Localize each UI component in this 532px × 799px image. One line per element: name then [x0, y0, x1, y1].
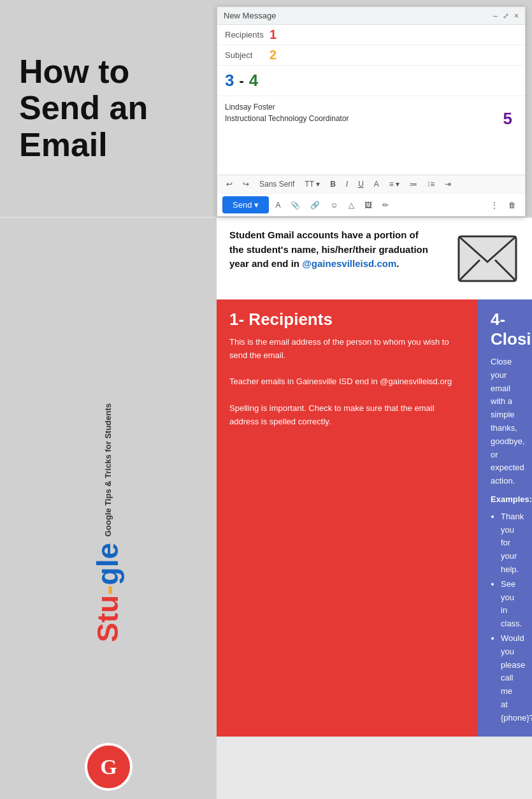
email-signature: Lindsay Foster Instructional Technology … — [225, 101, 517, 124]
gmail-info-text: Student Gmail accounts have a portion of… — [217, 218, 443, 299]
section-closing: 4- Closing Close your email with a simpl… — [478, 299, 532, 737]
formatting-toggle[interactable]: A — [271, 199, 284, 212]
brand-stu: Stu — [91, 595, 124, 642]
bullet-button[interactable]: ⁝≡ — [424, 178, 438, 191]
recipients-number: 1 — [270, 27, 277, 42]
section1-title: 1- Recipients — [229, 310, 465, 329]
closing-example-1: Thank you for your help. — [501, 510, 519, 577]
page-title: How to Send an Email — [19, 54, 198, 163]
more-options-button[interactable]: ⋮ — [487, 199, 502, 212]
send-button[interactable]: Send ▾ — [222, 196, 269, 213]
link-button[interactable]: 🔗 — [306, 199, 324, 212]
main-grid-row1: 1- Recipients This is the email address … — [0, 299, 532, 799]
brand-gle: gle — [91, 543, 124, 585]
email-titlebar: New Message – ⤢ × — [217, 7, 525, 25]
brand-dash: - — [91, 585, 124, 594]
closing-example-3: Would you please call me at {phone}? — [501, 632, 519, 725]
gmail-envelope-icon — [443, 218, 532, 299]
section4-body: Close your email with a simple thanks, g… — [491, 356, 519, 725]
section-recipients: 1- Recipients This is the email address … — [217, 299, 478, 737]
email-window-title: New Message — [224, 11, 276, 20]
body-num3: 3 — [225, 71, 234, 90]
subject-field[interactable]: Subject 2 — [217, 45, 525, 66]
bold-button[interactable]: B — [326, 178, 340, 191]
indent-button[interactable]: ⇥ — [441, 178, 455, 191]
gmail-info-section: Student Gmail accounts have a portion of… — [0, 217, 532, 299]
expand-button[interactable]: ⤢ — [503, 11, 509, 20]
section4-examples-label: Examples: — [491, 493, 519, 507]
text-color-button[interactable]: A — [370, 178, 383, 191]
gmail-link: @gainesvilleisd.com — [302, 258, 396, 269]
gmail-period: . — [396, 258, 399, 269]
section1-body3: Spelling is important. Check to make sur… — [229, 402, 465, 429]
send-label: Send — [233, 200, 252, 210]
recipients-field[interactable]: Recipients 1 — [217, 25, 525, 45]
underline-button[interactable]: U — [354, 178, 368, 191]
list-button[interactable]: ≔ — [406, 178, 421, 191]
closing-example-2: See you in class. — [501, 578, 519, 631]
body-num4: 4 — [249, 71, 258, 90]
section1-body1: This is the email address of the person … — [229, 336, 465, 363]
undo-button[interactable]: ↩ — [222, 178, 236, 191]
drive-button[interactable]: △ — [345, 199, 358, 212]
signature-name: Lindsay Foster — [225, 101, 517, 113]
pencil-button[interactable]: ✏ — [378, 199, 392, 212]
align-button[interactable]: ≡ ▾ — [385, 178, 403, 191]
g-logo: G — [85, 743, 133, 791]
section1-body2: Teacher emails in Gainesville ISD end in… — [229, 375, 465, 389]
italic-button[interactable]: I — [342, 178, 352, 191]
section4-body-text: Close your email with a simple thanks, g… — [491, 356, 519, 488]
send-toolbar: Send ▾ A 📎 🔗 ☺ △ 🖼 ✏ ⋮ 🗑 — [217, 193, 525, 216]
section4-title: 4- Closing — [491, 310, 519, 349]
trash-button[interactable]: 🗑 — [505, 199, 520, 212]
emoji-button[interactable]: ☺ — [326, 199, 341, 212]
attach-button[interactable]: 📎 — [287, 199, 304, 212]
font-size-button[interactable]: TT ▾ — [301, 178, 324, 191]
formatting-toolbar: ↩ ↪ Sans Serif TT ▾ B I U A ≡ ▾ ≔ ⁝≡ ⇥ — [217, 175, 525, 193]
redo-button[interactable]: ↪ — [239, 178, 253, 191]
email-body[interactable]: Lindsay Foster Instructional Technology … — [217, 96, 525, 175]
section1-body: This is the email address of the person … — [229, 336, 465, 429]
signature-title: Instructional Technology Coordinator — [225, 113, 517, 124]
minimize-button[interactable]: – — [493, 11, 498, 20]
sidebar-subtitle: Google Tips & Tricks for Students — [103, 403, 113, 536]
subject-number: 2 — [270, 48, 277, 62]
font-select[interactable]: Sans Serif — [255, 178, 298, 191]
recipients-label: Recipients — [225, 30, 270, 40]
send-dropdown-arrow[interactable]: ▾ — [254, 200, 259, 210]
image-button[interactable]: 🖼 — [361, 199, 376, 212]
close-button[interactable]: × — [514, 11, 519, 20]
body-dash: - — [239, 73, 243, 89]
section4-examples-list: Thank you for your help. See you in clas… — [501, 510, 519, 725]
svg-text:G: G — [100, 755, 117, 779]
sidebar-branding: Google Tips & Tricks for Students Stu-gl… — [0, 299, 217, 799]
body-numbers-row: 3 - 4 — [217, 66, 525, 96]
subject-label: Subject — [225, 50, 270, 60]
signature-number: 5 — [503, 109, 512, 129]
email-window: New Message – ⤢ × Recipients 1 Subject 2… — [217, 6, 526, 217]
brand-name: Stu-gle — [95, 543, 121, 642]
